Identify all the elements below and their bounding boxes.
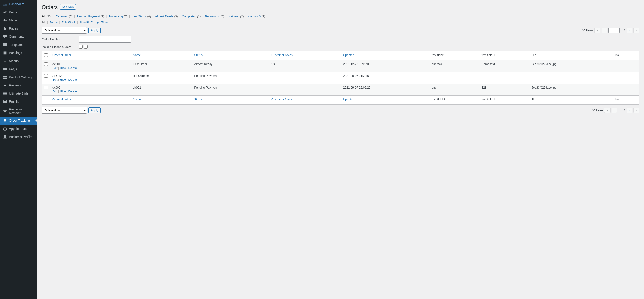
add-new-button[interactable]: Add New xyxy=(60,4,76,10)
user-icon xyxy=(3,134,7,139)
edit-link[interactable]: Edit xyxy=(52,90,57,93)
sidebar-item-emails[interactable]: Emails xyxy=(0,98,37,106)
sidebar-item-business-profile[interactable]: Business Profile xyxy=(0,133,37,141)
cell-tf2: one,two xyxy=(430,60,480,72)
prev-page-button: ‹ xyxy=(602,28,607,33)
cell-tf1: Some text xyxy=(480,60,529,72)
cell-notes xyxy=(269,72,341,84)
sidebar-item-dashboard[interactable]: Dashboard xyxy=(0,0,37,8)
cell-order-number: dx001 xyxy=(52,62,128,66)
admin-sidebar: DashboardPostsMediaPagesCommentsTemplate… xyxy=(0,0,37,299)
cell-file: 5ea83f0226ace.jpg xyxy=(529,60,612,72)
cell-notes xyxy=(269,84,341,96)
edit-link[interactable]: Edit xyxy=(52,66,57,70)
row-checkbox[interactable] xyxy=(44,86,48,90)
sidebar-item-ultimate-slider[interactable]: Ultimate Slider xyxy=(0,90,37,98)
col-customer-notes[interactable]: Customer Notes xyxy=(272,53,293,57)
bulk-actions-select-bottom[interactable]: Bulk actions xyxy=(42,107,87,114)
sidebar-item-faqs[interactable]: FAQs xyxy=(0,65,37,73)
apply-button-bottom[interactable]: Apply xyxy=(88,108,101,113)
edit-link[interactable]: Edit xyxy=(52,78,57,81)
include-hidden-checkbox-2[interactable] xyxy=(84,45,88,48)
sidebar-item-label: Restaurant Reviews xyxy=(9,108,34,115)
hide-link[interactable]: Hide xyxy=(60,78,66,81)
next-page-button[interactable]: › xyxy=(626,28,632,33)
page-of-text: of 2 xyxy=(621,29,626,32)
col-name-ft[interactable]: Name xyxy=(133,98,141,101)
sidebar-item-bookings[interactable]: Bookings xyxy=(0,49,37,57)
col-updated[interactable]: Updated xyxy=(343,53,354,57)
media-icon xyxy=(3,18,7,22)
sidebar-item-label: Dashboard xyxy=(9,2,24,6)
sidebar-item-posts[interactable]: Posts xyxy=(0,8,37,16)
cell-updated: 2021-09-07 22:02:25 xyxy=(341,84,430,96)
sidebar-item-product-catalog[interactable]: Product Catalog xyxy=(0,73,37,81)
status-filter-almost-ready[interactable]: Almost Ready xyxy=(155,15,174,18)
hide-link[interactable]: Hide xyxy=(60,90,66,93)
col-customer-notes-ft[interactable]: Customer Notes xyxy=(272,98,293,101)
date-filter-this-week[interactable]: This Week xyxy=(62,21,76,24)
sidebar-item-label: Product Catalog xyxy=(9,76,32,79)
hide-link[interactable]: Hide xyxy=(60,66,66,70)
order-number-input[interactable] xyxy=(79,36,131,43)
row-checkbox[interactable] xyxy=(44,74,48,78)
col-link-ft: Link xyxy=(612,96,640,104)
status-filter-received[interactable]: Received xyxy=(56,15,69,18)
status-filter-completed[interactable]: Completed xyxy=(182,15,197,18)
status-filter-statusno3[interactable]: statusno3 xyxy=(248,15,262,18)
calendar-icon xyxy=(3,50,7,55)
bulk-actions-select[interactable]: Bulk actions xyxy=(42,27,87,34)
col-order-number[interactable]: Order Number xyxy=(52,53,71,57)
cell-status: Almost Ready xyxy=(192,60,269,72)
sidebar-item-label: Posts xyxy=(9,10,17,14)
status-filter-pending-payment[interactable]: Pending Payment xyxy=(76,15,100,18)
sidebar-item-label: Order Tracking xyxy=(9,119,30,122)
table-row: ABC123Edit | Hide | DeleteBig ShipmentPe… xyxy=(42,72,640,84)
page-input[interactable] xyxy=(608,28,620,33)
col-status[interactable]: Status xyxy=(194,53,202,57)
sidebar-item-menus[interactable]: Menus xyxy=(0,57,37,65)
col-status-ft[interactable]: Status xyxy=(194,98,202,101)
main-content: Orders Add New All (33) | Received (3) |… xyxy=(37,0,644,299)
apply-button-top[interactable]: Apply xyxy=(88,28,101,33)
clock-icon xyxy=(3,126,7,131)
status-filter-processing[interactable]: Processing xyxy=(108,15,124,18)
delete-link[interactable]: Delete xyxy=(68,78,77,81)
col-name[interactable]: Name xyxy=(133,53,141,57)
page-icon xyxy=(3,26,7,31)
table-row: dx001Edit | Hide | DeleteFirst OrderAlmo… xyxy=(42,60,640,72)
sidebar-item-restaurant-reviews[interactable]: Restaurant Reviews xyxy=(0,106,37,116)
star-icon xyxy=(3,109,7,113)
status-filter-testostatus[interactable]: Testostatus xyxy=(205,15,220,18)
sidebar-item-label: Templates xyxy=(9,43,24,46)
last-page-button: » xyxy=(634,28,640,33)
sidebar-item-media[interactable]: Media xyxy=(0,16,37,24)
select-all-top[interactable] xyxy=(44,53,48,57)
last-page-button-bottom: » xyxy=(634,108,640,113)
delete-link[interactable]: Delete xyxy=(68,66,77,70)
col-updated-ft[interactable]: Updated xyxy=(343,98,354,101)
first-page-button-bottom: « xyxy=(604,108,610,113)
faq-icon xyxy=(3,67,7,71)
col-order-number-ft[interactable]: Order Number xyxy=(52,98,71,101)
sidebar-item-label: Reviews xyxy=(9,84,21,87)
sidebar-item-comments[interactable]: Comments xyxy=(0,32,37,41)
sidebar-item-order-tracking[interactable]: Order Tracking xyxy=(0,116,37,125)
delete-link[interactable]: Delete xyxy=(68,90,77,93)
cell-name: Big Shipment xyxy=(131,72,192,84)
row-checkbox[interactable] xyxy=(44,62,48,66)
col-tf1: test field 1 xyxy=(480,51,529,60)
select-all-bottom[interactable] xyxy=(44,98,48,102)
include-hidden-checkbox-1[interactable] xyxy=(79,45,83,48)
date-filter-specific-date-s-time[interactable]: Specific Date(s)/Time xyxy=(80,21,108,24)
sidebar-item-pages[interactable]: Pages xyxy=(0,24,37,32)
sidebar-item-templates[interactable]: Templates xyxy=(0,41,37,49)
status-filter-new-status[interactable]: New Status xyxy=(132,15,147,18)
cell-updated: 2021-09-07 21:20:59 xyxy=(341,72,430,84)
cell-tf1 xyxy=(480,72,529,84)
sidebar-item-reviews[interactable]: Reviews xyxy=(0,81,37,90)
next-page-button-bottom[interactable]: › xyxy=(626,108,632,113)
sidebar-item-appointments[interactable]: Appointments xyxy=(0,125,37,133)
status-filter-statusno[interactable]: statusno xyxy=(228,15,240,18)
date-filter-today[interactable]: Today xyxy=(50,21,58,24)
